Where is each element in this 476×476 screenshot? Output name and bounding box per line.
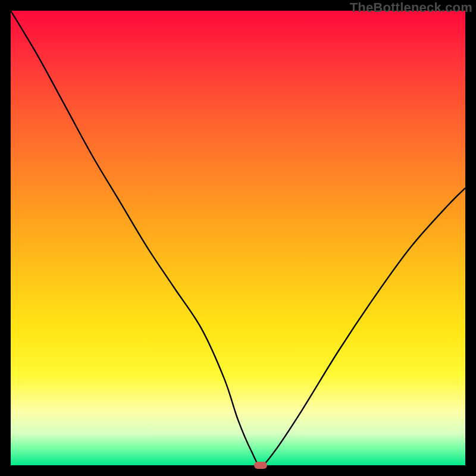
chart-frame: TheBottleneck.com	[0, 0, 476, 476]
bottleneck-curve	[11, 11, 465, 465]
curve-layer	[11, 11, 465, 465]
plot-area	[11, 11, 465, 465]
optimal-marker	[254, 462, 267, 469]
watermark-text: TheBottleneck.com	[350, 0, 472, 15]
